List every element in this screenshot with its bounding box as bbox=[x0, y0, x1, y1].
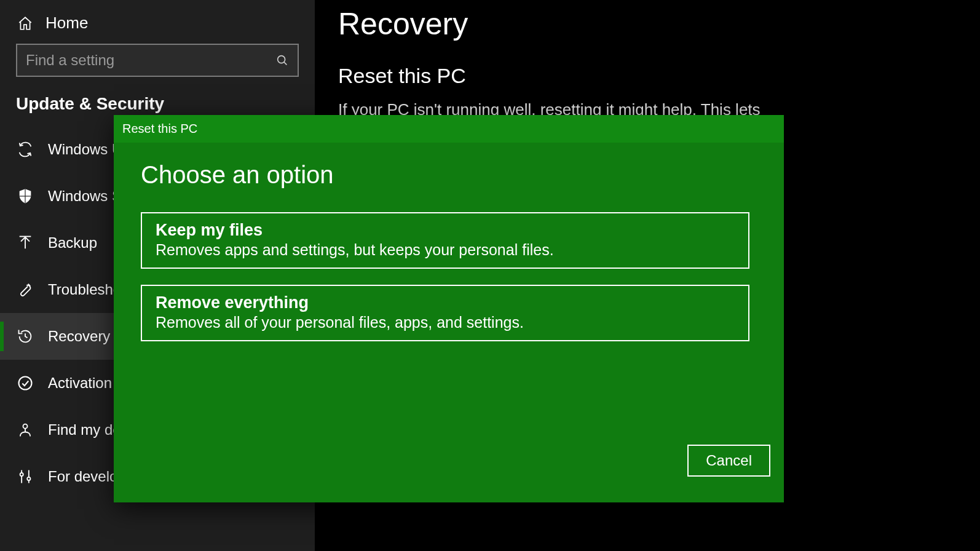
page-title: Recovery bbox=[338, 6, 980, 42]
svg-point-7 bbox=[20, 473, 23, 476]
backup-icon bbox=[16, 234, 34, 252]
home-button[interactable]: Home bbox=[0, 9, 315, 44]
section-title: Reset this PC bbox=[338, 64, 980, 88]
svg-point-4 bbox=[19, 377, 32, 390]
wrench-icon bbox=[16, 280, 34, 299]
sidebar-item-label: Backup bbox=[48, 234, 97, 252]
sidebar-item-label: Activation bbox=[48, 375, 112, 392]
dialog-titlebar[interactable]: Reset this PC bbox=[114, 115, 784, 143]
sliders-icon bbox=[16, 467, 34, 486]
dialog-heading: Choose an option bbox=[141, 161, 757, 189]
option-keep-my-files[interactable]: Keep my files Removes apps and settings,… bbox=[141, 212, 749, 269]
option-title: Keep my files bbox=[156, 221, 735, 240]
option-desc: Removes apps and settings, but keeps you… bbox=[156, 241, 735, 259]
option-desc: Removes all of your personal files, apps… bbox=[156, 314, 735, 331]
location-person-icon bbox=[16, 421, 34, 439]
check-circle-icon bbox=[16, 374, 34, 392]
shield-icon bbox=[16, 187, 34, 205]
option-remove-everything[interactable]: Remove everything Removes all of your pe… bbox=[141, 285, 749, 341]
home-icon bbox=[17, 15, 33, 31]
search-input[interactable] bbox=[16, 44, 299, 77]
svg-line-1 bbox=[284, 62, 287, 65]
option-title: Remove everything bbox=[156, 293, 735, 312]
dialog-title: Reset this PC bbox=[122, 122, 197, 136]
search-wrap bbox=[0, 44, 315, 90]
search-field[interactable] bbox=[26, 52, 275, 69]
reset-pc-dialog: Reset this PC Choose an option Keep my f… bbox=[114, 115, 784, 502]
home-label: Home bbox=[45, 14, 88, 33]
dialog-body: Choose an option Keep my files Removes a… bbox=[114, 143, 784, 502]
sync-icon bbox=[16, 140, 34, 159]
search-icon bbox=[275, 54, 289, 67]
svg-point-5 bbox=[23, 424, 28, 429]
history-icon bbox=[16, 327, 34, 346]
svg-point-9 bbox=[27, 477, 30, 480]
sidebar-item-label: Recovery bbox=[48, 328, 110, 345]
cancel-button[interactable]: Cancel bbox=[687, 445, 770, 477]
